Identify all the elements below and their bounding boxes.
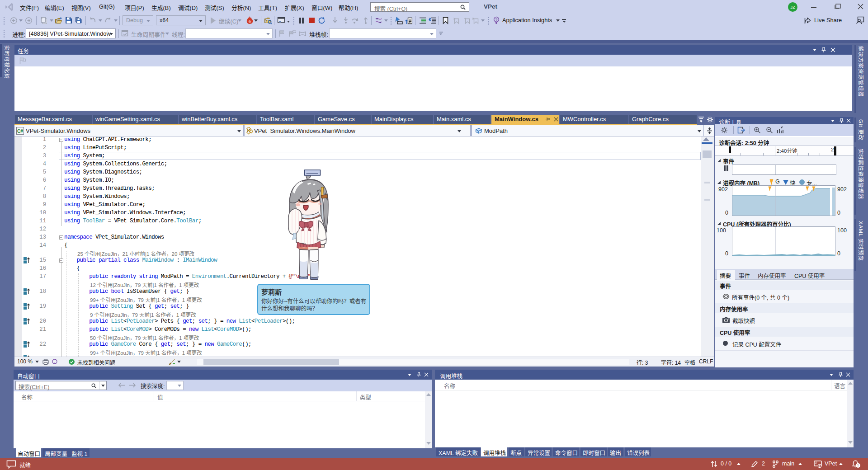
svg-text:C#: C# — [17, 128, 23, 133]
